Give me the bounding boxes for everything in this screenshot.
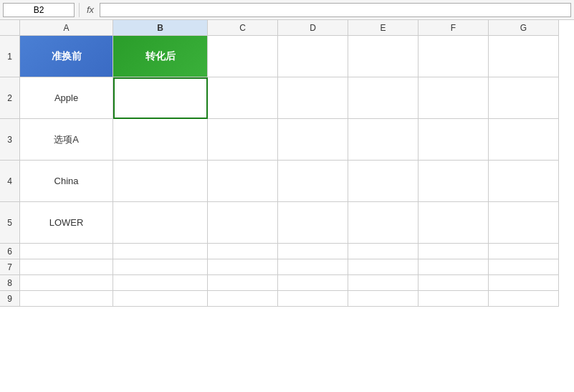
cell-b9[interactable] [113,291,208,307]
cell-g7[interactable] [489,259,559,275]
table-row: 6 [0,244,574,259]
cell-e7[interactable] [348,259,418,275]
column-headers: A B C D E F G [0,20,574,36]
cell-b1[interactable]: 转化后 [113,36,208,77]
table-row: 3 选项A [0,119,574,161]
cell-d9[interactable] [278,291,348,307]
col-header-a[interactable]: A [20,20,113,36]
fx-icon: fx [84,4,97,15]
cell-c9[interactable] [208,291,278,307]
row-number-7: 7 [0,259,20,275]
cell-b6[interactable] [113,244,208,259]
cell-e8[interactable] [348,275,418,291]
cell-a7[interactable] [20,259,113,275]
cell-g5[interactable] [489,202,559,244]
cell-d6[interactable] [278,244,348,259]
table-row: 5 LOWER [0,202,574,244]
cell-g9[interactable] [489,291,559,307]
cell-d1[interactable] [278,36,348,77]
cell-a1[interactable]: 准换前 [20,36,113,77]
table-row: 2 Apple [0,77,574,119]
row-number-5: 5 [0,202,20,244]
cell-e1[interactable] [348,36,418,77]
col-header-d[interactable]: D [278,20,348,36]
table-row: 1 准换前 转化后 [0,36,574,77]
cell-g1[interactable] [489,36,559,77]
cell-g2[interactable] [489,77,559,119]
col-header-g[interactable]: G [489,20,559,36]
cell-a3[interactable]: 选项A [20,119,113,161]
table-row: 9 [0,291,574,307]
toolbar: fx [0,0,574,20]
table-row: 8 [0,275,574,291]
col-header-f[interactable]: F [418,20,489,36]
cell-c6[interactable] [208,244,278,259]
col-header-e[interactable]: E [348,20,418,36]
col-header-c[interactable]: C [208,20,278,36]
cell-b3[interactable] [113,119,208,161]
row-number-8: 8 [0,275,20,291]
cell-f6[interactable] [418,244,489,259]
cell-e3[interactable] [348,119,418,161]
cell-a4[interactable]: China [20,161,113,202]
cell-b4[interactable] [113,161,208,202]
cell-b7[interactable] [113,259,208,275]
table-row: 4 China [0,161,574,202]
name-box[interactable] [3,3,75,17]
cell-e5[interactable] [348,202,418,244]
cell-d7[interactable] [278,259,348,275]
cell-e4[interactable] [348,161,418,202]
row-number-1: 1 [0,36,20,77]
cell-d2[interactable] [278,77,348,119]
cell-c3[interactable] [208,119,278,161]
cell-a6[interactable] [20,244,113,259]
table-row: 7 [0,259,574,275]
cell-g4[interactable] [489,161,559,202]
cell-d3[interactable] [278,119,348,161]
cell-e2[interactable] [348,77,418,119]
cell-d5[interactable] [278,202,348,244]
cell-c5[interactable] [208,202,278,244]
col-header-b[interactable]: B [113,20,208,36]
formula-bar[interactable] [100,3,571,17]
corner-cell [0,20,20,36]
cell-f1[interactable] [418,36,489,77]
row-number-3: 3 [0,119,20,161]
cell-c8[interactable] [208,275,278,291]
cell-f4[interactable] [418,161,489,202]
row-number-9: 9 [0,291,20,307]
cell-f9[interactable] [418,291,489,307]
row-number-6: 6 [0,244,20,259]
cell-c1[interactable] [208,36,278,77]
cell-c2[interactable] [208,77,278,119]
cell-b8[interactable] [113,275,208,291]
cell-f5[interactable] [418,202,489,244]
row-number-2: 2 [0,77,20,119]
cell-a8[interactable] [20,275,113,291]
toolbar-separator [79,3,80,17]
grid-body: 1 准换前 转化后 2 Apple 3 选项A [0,36,574,392]
cell-f8[interactable] [418,275,489,291]
cell-a2[interactable]: Apple [20,77,113,119]
cell-a9[interactable] [20,291,113,307]
cell-g8[interactable] [489,275,559,291]
cell-g6[interactable] [489,244,559,259]
cell-a5[interactable]: LOWER [20,202,113,244]
cell-c7[interactable] [208,259,278,275]
cell-c4[interactable] [208,161,278,202]
cell-e6[interactable] [348,244,418,259]
row-number-4: 4 [0,161,20,202]
cell-f3[interactable] [418,119,489,161]
cell-g3[interactable] [489,119,559,161]
cell-d4[interactable] [278,161,348,202]
spreadsheet: A B C D E F G 1 准换前 转化后 2 Apple [0,20,574,392]
cell-f2[interactable] [418,77,489,119]
cell-d8[interactable] [278,275,348,291]
cell-f7[interactable] [418,259,489,275]
cell-b2[interactable] [113,77,208,119]
cell-b5[interactable] [113,202,208,244]
cell-e9[interactable] [348,291,418,307]
